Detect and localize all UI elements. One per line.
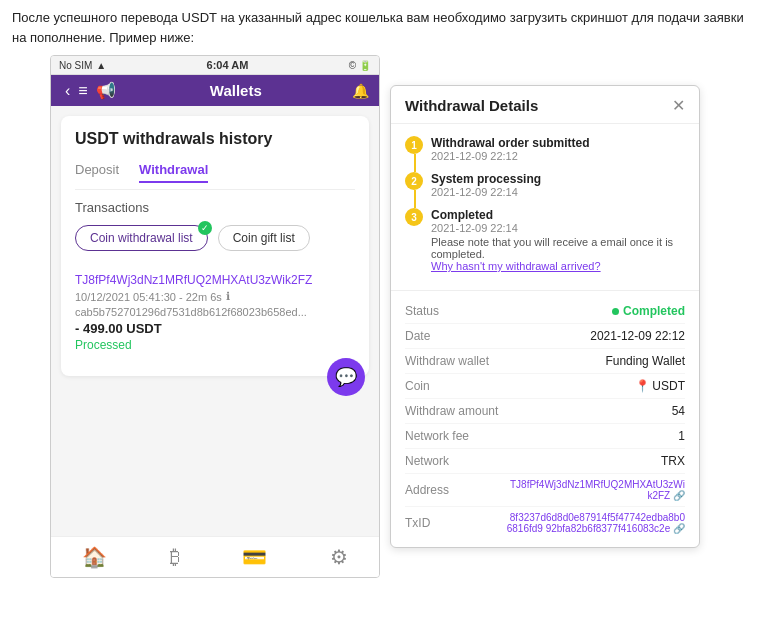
coin-pin-icon: 📍 <box>635 379 650 393</box>
detail-row-status: Status Completed <box>405 299 685 324</box>
step-note-3: Please note that you will receive a emai… <box>431 236 685 260</box>
tx-id[interactable]: TJ8fPf4Wj3dNz1MRfUQ2MHXAtU3zWik2FZ <box>75 273 355 287</box>
nav-title: Wallets <box>120 82 352 99</box>
battery-icon: 🔋 <box>359 60 371 71</box>
transactions-label: Transactions <box>75 200 355 215</box>
main-panels: No SIM ▲ 6:04 AM © 🔋 ‹ ≡ 📢 Wallets 🔔 USD… <box>0 55 764 578</box>
settings-nav-icon[interactable]: ⚙ <box>330 545 348 569</box>
detail-row-date: Date 2021-12-09 22:12 <box>405 324 685 349</box>
chat-bubble-button[interactable]: 💬 <box>327 358 365 396</box>
coin-withdrawal-list-button[interactable]: ✓ Coin withdrawal list <box>75 225 208 251</box>
filter-buttons: ✓ Coin withdrawal list Coin gift list <box>75 225 355 251</box>
tx-time: 10/12/2021 05:41:30 - 22m 6s ℹ <box>75 290 355 303</box>
tx-time-text: 10/12/2021 05:41:30 - 22m 6s <box>75 291 222 303</box>
detail-row-amount: Withdraw amount 54 <box>405 399 685 424</box>
amount-label: Withdraw amount <box>405 404 498 418</box>
step-number-1: 1 <box>405 136 423 154</box>
bell-icon[interactable]: 🔔 <box>352 83 369 99</box>
step-date-3: 2021-12-09 22:14 <box>431 222 685 234</box>
network-value: TRX <box>661 454 685 468</box>
timeline: 1 Withdrawal order submitted 2021-12-09 … <box>391 124 699 291</box>
coin-value: 📍USDT <box>635 379 685 393</box>
timeline-step-2: 2 System processing 2021-12-09 22:14 <box>405 172 685 198</box>
timeline-step-3: 3 Completed 2021-12-09 22:14 Please note… <box>405 208 685 272</box>
close-button[interactable]: ✕ <box>672 96 685 115</box>
wallet-nav-icon[interactable]: 💳 <box>242 545 267 569</box>
step-date-2: 2021-12-09 22:14 <box>431 186 685 198</box>
step-label-2: System processing <box>431 172 685 186</box>
intro-paragraph: После успешного перевода USDT на указанн… <box>0 0 764 53</box>
bitcoin-nav-icon[interactable]: ₿ <box>170 546 180 569</box>
megaphone-icon[interactable]: 📢 <box>92 81 120 100</box>
status-time: 6:04 AM <box>207 59 249 71</box>
withdrawal-link[interactable]: Why hasn't my withdrawal arrived? <box>431 260 685 272</box>
detail-row-address: Address TJ8fPf4Wj3dNz1MRfUQ2MHXAtU3zWik2… <box>405 474 685 507</box>
details-rows: Status Completed Date 2021-12-09 22:12 W… <box>391 291 699 547</box>
detail-row-fee: Network fee 1 <box>405 424 685 449</box>
txid-label: TxID <box>405 516 430 530</box>
details-title: Withdrawal Details <box>405 97 538 114</box>
bottom-nav: 🏠 ₿ 💳 ⚙ <box>51 536 379 577</box>
address-value[interactable]: TJ8fPf4Wj3dNz1MRfUQ2MHXAtU3zWik2FZ 🔗 <box>505 479 685 501</box>
detail-row-txid: TxID 8f3237d6d8d0e87914f5f47742edba8b068… <box>405 507 685 539</box>
copyright-icon: © <box>349 60 356 71</box>
home-nav-icon[interactable]: 🏠 <box>82 545 107 569</box>
wallet-card: USDT withdrawals history Deposit Withdra… <box>61 116 369 376</box>
card-title: USDT withdrawals history <box>75 130 355 148</box>
fee-label: Network fee <box>405 429 469 443</box>
intro-text-block: После успешного перевода USDT на указанн… <box>0 0 764 53</box>
sim-status: No SIM <box>59 60 92 71</box>
address-label: Address <box>405 483 449 497</box>
coin-label: Coin <box>405 379 430 393</box>
phone-panel: No SIM ▲ 6:04 AM © 🔋 ‹ ≡ 📢 Wallets 🔔 USD… <box>50 55 380 578</box>
phone-nav: ‹ ≡ 📢 Wallets 🔔 <box>51 75 379 106</box>
status-value: Completed <box>612 304 685 318</box>
back-button[interactable]: ‹ <box>61 82 74 100</box>
txid-value[interactable]: 8f3237d6d8d0e87914f5f47742edba8b06816fd9… <box>505 512 685 534</box>
amount-value: 54 <box>672 404 685 418</box>
status-label: Status <box>405 304 439 318</box>
withdrawal-details-panel: Withdrawal Details ✕ 1 Withdrawal order … <box>390 85 700 548</box>
tab-deposit[interactable]: Deposit <box>75 162 119 183</box>
tx-amount: - 499.00 USDT <box>75 321 355 336</box>
network-label: Network <box>405 454 449 468</box>
date-value: 2021-12-09 22:12 <box>590 329 685 343</box>
detail-row-coin: Coin 📍USDT <box>405 374 685 399</box>
info-icon[interactable]: ℹ <box>226 290 230 303</box>
step-number-3: 3 <box>405 208 423 226</box>
step-number-2: 2 <box>405 172 423 190</box>
coin-gift-label: Coin gift list <box>233 231 295 245</box>
date-label: Date <box>405 329 430 343</box>
menu-icon[interactable]: ≡ <box>74 82 91 100</box>
tab-withdrawal[interactable]: Withdrawal <box>139 162 208 183</box>
status-bar: No SIM ▲ 6:04 AM © 🔋 <box>51 56 379 75</box>
status-bar-right: © 🔋 <box>349 60 371 71</box>
step-date-1: 2021-12-09 22:12 <box>431 150 685 162</box>
details-header: Withdrawal Details ✕ <box>391 86 699 124</box>
tx-status: Processed <box>75 338 355 352</box>
detail-row-wallet: Withdraw wallet Funding Wallet <box>405 349 685 374</box>
coin-withdrawal-label: Coin withdrawal list <box>90 231 193 245</box>
tx-hash: cab5b752701296d7531d8b612f68023b658ed... <box>75 306 355 318</box>
active-check-badge: ✓ <box>198 221 212 235</box>
step-label-3: Completed <box>431 208 685 222</box>
fee-value: 1 <box>678 429 685 443</box>
status-bar-left: No SIM ▲ <box>59 60 106 71</box>
wifi-icon: ▲ <box>96 60 106 71</box>
status-dot-icon <box>612 308 619 315</box>
timeline-step-1: 1 Withdrawal order submitted 2021-12-09 … <box>405 136 685 162</box>
tabs: Deposit Withdrawal <box>75 162 355 190</box>
wallet-value: Funding Wallet <box>605 354 685 368</box>
coin-gift-list-button[interactable]: Coin gift list <box>218 225 310 251</box>
transaction-item: TJ8fPf4Wj3dNz1MRfUQ2MHXAtU3zWik2FZ 10/12… <box>75 265 355 360</box>
detail-row-network: Network TRX <box>405 449 685 474</box>
phone-body: USDT withdrawals history Deposit Withdra… <box>51 106 379 536</box>
wallet-label: Withdraw wallet <box>405 354 489 368</box>
step-label-1: Withdrawal order submitted <box>431 136 685 150</box>
